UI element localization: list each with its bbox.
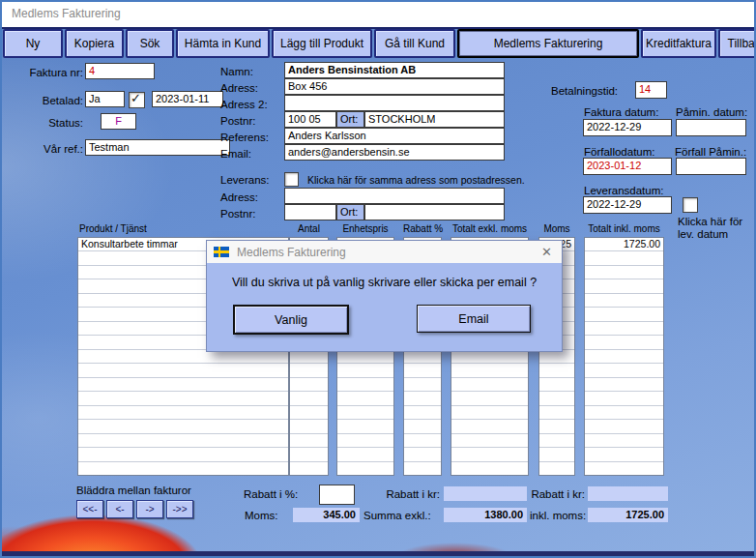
faktura-datum-field[interactable]: 2022-12-29 <box>583 119 672 136</box>
table-cell-totalt_exkl-row17[interactable] <box>451 462 528 475</box>
table-cell-totalt_exkl-row12[interactable] <box>451 392 528 405</box>
table-cell-enhetspris-row13[interactable] <box>337 406 393 420</box>
table-cell-totalt_inkl-row13[interactable] <box>585 406 663 420</box>
prev-invoice-button[interactable]: <- <box>106 500 133 518</box>
close-icon[interactable]: ✕ <box>541 245 552 259</box>
table-cell-totalt_inkl-row9[interactable] <box>585 350 663 364</box>
table-cell-moms-row17[interactable] <box>539 462 574 475</box>
table-cell-produkt-row14[interactable] <box>78 420 288 433</box>
betalningstid-field[interactable]: 14 <box>635 81 667 99</box>
tillbaka-button[interactable]: Tillbaka <box>718 29 756 58</box>
ny-button[interactable]: Ny <box>3 29 63 58</box>
table-cell-antal-row15[interactable] <box>290 434 328 448</box>
table-cell-enhetspris-row16[interactable] <box>337 448 393 461</box>
table-cell-produkt-row17[interactable] <box>78 462 288 475</box>
forfallodatum-field[interactable]: 2023-01-12 <box>583 158 672 175</box>
leverans-samma-adress-checkbox[interactable] <box>284 172 299 187</box>
table-cell-rabatt-row16[interactable] <box>404 448 441 461</box>
table-cell-moms-row13[interactable] <box>539 406 574 420</box>
table-cell-rabatt-row15[interactable] <box>404 434 441 448</box>
print-dialog-titlebar[interactable]: Medlems Fakturering ✕ <box>207 241 562 263</box>
postnr-field[interactable]: 100 05 <box>284 111 336 128</box>
leverans-adress-field[interactable] <box>284 188 505 204</box>
table-cell-totalt_inkl-row2[interactable] <box>585 251 663 265</box>
betalad-datum-field[interactable]: 2023-01-11 <box>152 91 223 107</box>
table-cell-totalt_inkl-row4[interactable] <box>585 279 663 293</box>
table-cell-moms-row12[interactable] <box>539 392 574 405</box>
table-cell-enhetspris-row10[interactable] <box>337 364 393 377</box>
table-cell-totalt_exkl-row11[interactable] <box>451 378 528 392</box>
table-cell-antal-row10[interactable] <box>290 364 328 377</box>
table-cell-produkt-row12[interactable] <box>78 392 288 405</box>
ga-till-kund-button[interactable]: Gå till Kund <box>374 29 455 58</box>
leverans-postnr-field[interactable] <box>284 204 336 220</box>
table-cell-produkt-row16[interactable] <box>78 448 288 461</box>
table-cell-totalt_exkl-row15[interactable] <box>451 434 528 448</box>
table-cell-produkt-row15[interactable] <box>78 434 288 448</box>
table-cell-totalt_inkl-row8[interactable] <box>585 336 663 349</box>
table-cell-produkt-row11[interactable] <box>78 378 288 392</box>
table-cell-moms-row16[interactable] <box>539 448 574 461</box>
referens-field[interactable]: Anders Karlsson <box>284 128 505 144</box>
var-ref-field[interactable]: Testman <box>85 139 230 156</box>
kreditfaktura-button[interactable]: Kreditfaktura <box>641 29 716 58</box>
next-invoice-button[interactable]: -> <box>136 500 163 518</box>
table-cell-totalt_inkl-row16[interactable] <box>585 448 663 461</box>
betalad-checkbox[interactable] <box>129 92 145 108</box>
table-cell-totalt_exkl-row16[interactable] <box>451 448 528 461</box>
table-cell-totalt_inkl-row12[interactable] <box>585 392 663 405</box>
forfall-pamin-field[interactable] <box>676 158 746 175</box>
table-cell-enhetspris-row15[interactable] <box>337 434 393 448</box>
table-cell-totalt_inkl-row7[interactable] <box>585 322 663 336</box>
first-invoice-button[interactable]: <<- <box>76 500 103 518</box>
email-button[interactable]: Email <box>417 305 531 333</box>
table-cell-antal-row16[interactable] <box>290 448 328 461</box>
table-cell-totalt_inkl-row6[interactable] <box>585 308 663 321</box>
last-invoice-button[interactable]: ->> <box>166 500 193 518</box>
table-cell-totalt_inkl-row11[interactable] <box>585 378 663 392</box>
leveransdatum-field[interactable]: 2022-12-29 <box>583 196 672 214</box>
table-cell-moms-row15[interactable] <box>539 434 574 448</box>
lagg-till-produkt-button[interactable]: Lägg till Produkt <box>272 29 372 58</box>
adress2-field[interactable] <box>284 95 505 111</box>
adress-field[interactable]: Box 456 <box>284 78 505 95</box>
table-cell-totalt_inkl-row15[interactable] <box>585 434 663 448</box>
pamin-datum-field[interactable] <box>676 119 746 136</box>
table-cell-moms-row14[interactable] <box>539 420 574 433</box>
sok-button[interactable]: Sök <box>126 29 174 58</box>
ort-field[interactable]: STOCKHOLM <box>364 111 505 128</box>
table-cell-antal-row17[interactable] <box>290 462 328 475</box>
kopiera-button[interactable]: Kopiera <box>65 29 124 58</box>
table-cell-moms-row10[interactable] <box>539 364 574 377</box>
hamta-in-kund-button[interactable]: Hämta in Kund <box>176 29 270 58</box>
table-cell-produkt-row13[interactable] <box>78 406 288 420</box>
table-cell-totalt_exkl-row14[interactable] <box>451 420 528 433</box>
medlems-fakturering-button[interactable]: Medlems Fakturering <box>457 29 639 58</box>
table-cell-enhetspris-row17[interactable] <box>337 462 393 475</box>
table-cell-totalt_inkl-row1[interactable]: 1725.00 <box>585 238 663 251</box>
table-cell-antal-row14[interactable] <box>290 420 328 433</box>
table-cell-produkt-row10[interactable] <box>78 364 288 377</box>
table-cell-antal-row13[interactable] <box>290 406 328 420</box>
table-cell-moms-row11[interactable] <box>539 378 574 392</box>
table-cell-enhetspris-row14[interactable] <box>337 420 393 433</box>
table-cell-rabatt-row14[interactable] <box>404 420 441 433</box>
table-cell-rabatt-row12[interactable] <box>404 392 441 405</box>
lev-datum-checkbox[interactable] <box>683 197 698 213</box>
table-cell-totalt_inkl-row10[interactable] <box>585 364 663 377</box>
table-cell-rabatt-row11[interactable] <box>404 378 441 392</box>
table-cell-antal-row11[interactable] <box>290 378 328 392</box>
table-cell-totalt_inkl-row14[interactable] <box>585 420 663 433</box>
table-cell-antal-row12[interactable] <box>290 392 328 405</box>
table-cell-totalt_exkl-row13[interactable] <box>451 406 528 420</box>
status-field[interactable]: F <box>101 113 136 130</box>
table-cell-rabatt-row13[interactable] <box>404 406 441 420</box>
namn-field[interactable]: Anders Bensinstation AB <box>284 62 505 78</box>
rabatt-procent-input[interactable] <box>319 485 355 505</box>
leverans-ort-field[interactable] <box>364 204 505 220</box>
table-cell-totalt_inkl-row3[interactable] <box>585 266 663 279</box>
table-cell-totalt_inkl-row5[interactable] <box>585 294 663 308</box>
table-cell-rabatt-row17[interactable] <box>404 462 441 475</box>
table-cell-rabatt-row10[interactable] <box>404 364 441 377</box>
vanlig-button[interactable]: Vanlig <box>233 305 349 335</box>
